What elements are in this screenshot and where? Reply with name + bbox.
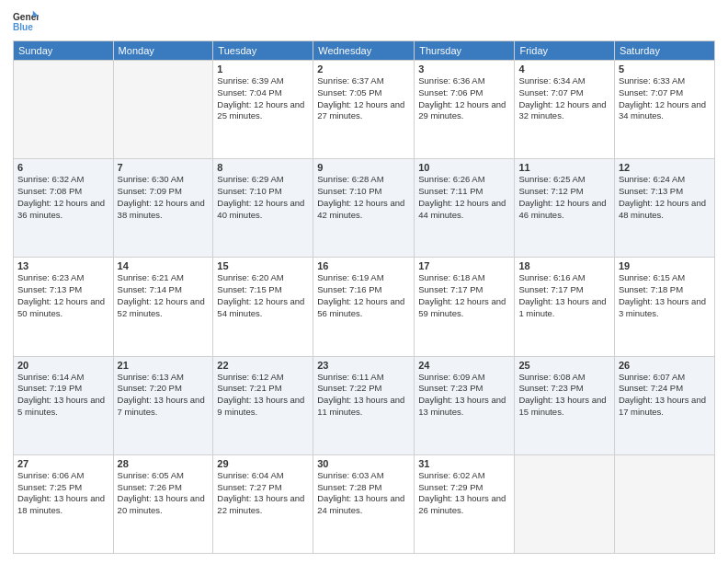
calendar-cell: 8Sunrise: 6:29 AM Sunset: 7:10 PM Daylig… [213,159,313,258]
day-number: 8 [217,162,309,173]
day-number: 21 [118,360,210,371]
day-number: 11 [518,162,609,173]
day-info: Sunrise: 6:11 AM Sunset: 7:22 PM Dayligh… [317,372,410,419]
day-info: Sunrise: 6:15 AM Sunset: 7:18 PM Dayligh… [619,272,711,319]
day-info: Sunrise: 6:30 AM Sunset: 7:09 PM Dayligh… [118,174,210,221]
calendar-cell [113,61,213,159]
day-number: 2 [317,63,410,75]
day-info: Sunrise: 6:09 AM Sunset: 7:23 PM Dayligh… [418,372,510,419]
day-info: Sunrise: 6:06 AM Sunset: 7:25 PM Dayligh… [17,470,109,517]
day-info: Sunrise: 6:04 AM Sunset: 7:27 PM Dayligh… [217,470,309,517]
calendar-cell: 14Sunrise: 6:21 AM Sunset: 7:14 PM Dayli… [113,258,213,356]
day-info: Sunrise: 6:14 AM Sunset: 7:19 PM Dayligh… [17,372,109,419]
day-info: Sunrise: 6:07 AM Sunset: 7:24 PM Dayligh… [619,372,711,419]
day-info: Sunrise: 6:34 AM Sunset: 7:07 PM Dayligh… [518,75,609,122]
day-number: 9 [317,162,410,173]
page: General Blue SundayMondayTuesdayWednesda… [0,0,728,563]
calendar-cell: 4Sunrise: 6:34 AM Sunset: 7:07 PM Daylig… [515,61,614,159]
calendar-cell: 1Sunrise: 6:39 AM Sunset: 7:04 PM Daylig… [213,61,313,159]
calendar-cell: 12Sunrise: 6:24 AM Sunset: 7:13 PM Dayli… [614,159,714,258]
day-number: 20 [17,360,109,371]
day-info: Sunrise: 6:36 AM Sunset: 7:06 PM Dayligh… [418,75,510,122]
calendar-week-3: 13Sunrise: 6:23 AM Sunset: 7:13 PM Dayli… [14,258,715,356]
calendar-cell: 11Sunrise: 6:25 AM Sunset: 7:12 PM Dayli… [515,159,614,258]
calendar-week-4: 20Sunrise: 6:14 AM Sunset: 7:19 PM Dayli… [14,356,715,454]
day-number: 31 [418,458,510,469]
calendar-cell: 22Sunrise: 6:12 AM Sunset: 7:21 PM Dayli… [213,356,313,454]
header: General Blue [13,9,715,35]
calendar-cell: 18Sunrise: 6:16 AM Sunset: 7:17 PM Dayli… [515,258,614,356]
calendar-cell [515,454,614,553]
day-number: 16 [317,260,410,271]
calendar-cell: 7Sunrise: 6:30 AM Sunset: 7:09 PM Daylig… [113,159,213,258]
calendar-cell: 24Sunrise: 6:09 AM Sunset: 7:23 PM Dayli… [415,356,515,454]
day-info: Sunrise: 6:21 AM Sunset: 7:14 PM Dayligh… [118,272,210,319]
calendar-cell: 27Sunrise: 6:06 AM Sunset: 7:25 PM Dayli… [14,454,114,553]
day-number: 28 [118,458,210,469]
day-number: 17 [418,260,510,271]
day-info: Sunrise: 6:28 AM Sunset: 7:10 PM Dayligh… [317,174,410,221]
day-number: 3 [418,63,510,75]
day-number: 30 [317,458,410,469]
day-number: 23 [317,360,410,371]
calendar-table: SundayMondayTuesdayWednesdayThursdayFrid… [13,40,715,554]
day-number: 24 [418,360,510,371]
col-header-wednesday: Wednesday [313,41,415,61]
col-header-tuesday: Tuesday [213,41,313,61]
day-number: 5 [619,63,711,75]
calendar-cell: 9Sunrise: 6:28 AM Sunset: 7:10 PM Daylig… [313,159,415,258]
calendar-cell: 17Sunrise: 6:18 AM Sunset: 7:17 PM Dayli… [415,258,515,356]
calendar-cell: 2Sunrise: 6:37 AM Sunset: 7:05 PM Daylig… [313,61,415,159]
calendar-cell: 3Sunrise: 6:36 AM Sunset: 7:06 PM Daylig… [415,61,515,159]
calendar-cell [14,61,114,159]
day-info: Sunrise: 6:13 AM Sunset: 7:20 PM Dayligh… [118,372,210,419]
calendar-cell: 19Sunrise: 6:15 AM Sunset: 7:18 PM Dayli… [614,258,714,356]
col-header-thursday: Thursday [415,41,515,61]
day-info: Sunrise: 6:12 AM Sunset: 7:21 PM Dayligh… [217,372,309,419]
day-number: 27 [17,458,109,469]
calendar-header-row: SundayMondayTuesdayWednesdayThursdayFrid… [14,41,715,61]
day-number: 19 [619,260,711,271]
calendar-cell: 29Sunrise: 6:04 AM Sunset: 7:27 PM Dayli… [213,454,313,553]
day-info: Sunrise: 6:29 AM Sunset: 7:10 PM Dayligh… [217,174,309,221]
day-info: Sunrise: 6:02 AM Sunset: 7:29 PM Dayligh… [418,470,510,517]
day-info: Sunrise: 6:39 AM Sunset: 7:04 PM Dayligh… [217,75,309,122]
day-number: 12 [619,162,711,173]
calendar-cell: 5Sunrise: 6:33 AM Sunset: 7:07 PM Daylig… [614,61,714,159]
day-info: Sunrise: 6:16 AM Sunset: 7:17 PM Dayligh… [518,272,609,319]
day-number: 7 [118,162,210,173]
day-info: Sunrise: 6:23 AM Sunset: 7:13 PM Dayligh… [17,272,109,319]
day-info: Sunrise: 6:24 AM Sunset: 7:13 PM Dayligh… [619,174,711,221]
logo: General Blue [13,9,39,35]
calendar-cell: 23Sunrise: 6:11 AM Sunset: 7:22 PM Dayli… [313,356,415,454]
svg-text:Blue: Blue [13,22,33,32]
calendar-cell: 26Sunrise: 6:07 AM Sunset: 7:24 PM Dayli… [614,356,714,454]
day-number: 29 [217,458,309,469]
day-number: 14 [118,260,210,271]
day-number: 1 [217,63,309,75]
day-info: Sunrise: 6:25 AM Sunset: 7:12 PM Dayligh… [518,174,609,221]
day-number: 22 [217,360,309,371]
day-number: 15 [217,260,309,271]
calendar-cell: 28Sunrise: 6:05 AM Sunset: 7:26 PM Dayli… [113,454,213,553]
calendar-cell: 31Sunrise: 6:02 AM Sunset: 7:29 PM Dayli… [415,454,515,553]
calendar-cell [614,454,714,553]
col-header-sunday: Sunday [14,41,114,61]
calendar-cell: 30Sunrise: 6:03 AM Sunset: 7:28 PM Dayli… [313,454,415,553]
day-info: Sunrise: 6:08 AM Sunset: 7:23 PM Dayligh… [518,372,609,419]
calendar-week-5: 27Sunrise: 6:06 AM Sunset: 7:25 PM Dayli… [14,454,715,553]
day-info: Sunrise: 6:26 AM Sunset: 7:11 PM Dayligh… [418,174,510,221]
logo-icon: General Blue [13,9,39,35]
calendar-cell: 6Sunrise: 6:32 AM Sunset: 7:08 PM Daylig… [14,159,114,258]
day-info: Sunrise: 6:05 AM Sunset: 7:26 PM Dayligh… [118,470,210,517]
day-number: 13 [17,260,109,271]
calendar-cell: 13Sunrise: 6:23 AM Sunset: 7:13 PM Dayli… [14,258,114,356]
day-info: Sunrise: 6:18 AM Sunset: 7:17 PM Dayligh… [418,272,510,319]
day-info: Sunrise: 6:20 AM Sunset: 7:15 PM Dayligh… [217,272,309,319]
col-header-saturday: Saturday [614,41,714,61]
day-number: 26 [619,360,711,371]
calendar-cell: 21Sunrise: 6:13 AM Sunset: 7:20 PM Dayli… [113,356,213,454]
day-info: Sunrise: 6:19 AM Sunset: 7:16 PM Dayligh… [317,272,410,319]
calendar-cell: 25Sunrise: 6:08 AM Sunset: 7:23 PM Dayli… [515,356,614,454]
day-info: Sunrise: 6:32 AM Sunset: 7:08 PM Dayligh… [17,174,109,221]
